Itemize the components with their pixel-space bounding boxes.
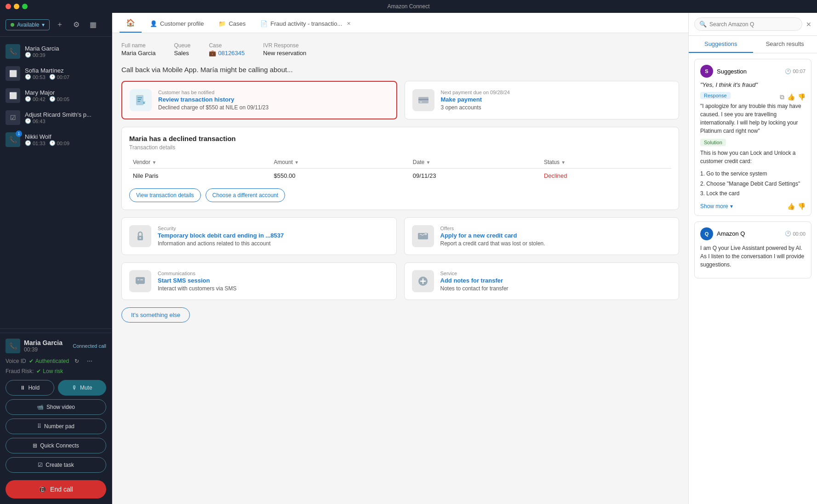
show-more-button[interactable]: Show more ▾ — [700, 203, 733, 210]
svg-rect-5 — [418, 99, 428, 100]
q-time: 🕐 00:00 — [785, 231, 806, 237]
q-card-header: Q Amazon Q 🕐 00:00 — [700, 227, 806, 240]
copy-icon[interactable]: ⧉ — [780, 93, 784, 101]
monitor-icon: ⬜ — [6, 66, 20, 81]
payment-icon — [412, 89, 434, 111]
queue-item[interactable]: ⬜ Mary Major 🕐 00:42 🕐 00:05 — [0, 85, 112, 107]
search-input[interactable] — [709, 21, 797, 28]
refresh-icon[interactable]: ↻ — [72, 356, 82, 366]
thumbs-down-icon[interactable]: 👎 — [798, 93, 806, 101]
close-icon[interactable]: ✕ — [806, 21, 811, 28]
card-subtitle: Customer has be notified — [158, 90, 389, 95]
calendar-icon[interactable]: ▦ — [86, 18, 99, 31]
settings-icon[interactable]: ⚙ — [70, 18, 83, 31]
create-task-button[interactable]: ☑ Create task — [6, 457, 106, 473]
queue-time: 🕐 00:42 — [25, 96, 46, 102]
suggestions-tab[interactable]: Suggestions — [689, 36, 753, 53]
main-content: 🏠 👤 Customer profile 📁 Cases 📄 Fraud act… — [112, 13, 688, 504]
tab-cases[interactable]: 📁 Cases — [212, 16, 252, 33]
status-dot — [11, 23, 14, 27]
case-group: Case 💼 08126345 — [209, 42, 245, 57]
maximize-window-btn[interactable] — [22, 4, 28, 9]
full-name-value: Maria Garcia — [121, 50, 155, 57]
filter-icon[interactable]: ▼ — [426, 160, 431, 165]
thumbs-up-solution-icon[interactable]: 👍 — [787, 203, 795, 210]
card-category: Communications — [158, 271, 389, 276]
more-options-icon[interactable]: ⋯ — [85, 356, 95, 366]
queue-item[interactable]: ⬜ Sofía Martínez 🕐 00:53 🕐 00:07 — [0, 62, 112, 85]
queue-time: 🕐 06:43 — [25, 118, 46, 124]
add-notes-icon — [412, 270, 434, 292]
transaction-actions: View transaction details Choose a differ… — [129, 188, 671, 202]
communications-card[interactable]: Communications Start SMS session Interac… — [121, 262, 397, 300]
end-call-button[interactable]: 📵 End call — [6, 480, 106, 498]
suggestion-time: 🕐 00:07 — [785, 68, 806, 74]
fraud-status: ✔ Low risk — [36, 368, 63, 374]
chevron-down-icon: ▾ — [730, 203, 733, 210]
status-col-header[interactable]: Status ▼ — [540, 156, 671, 169]
card-category: Offers — [440, 226, 672, 231]
fraud-row: Fraud Risk: ✔ Low risk — [6, 368, 106, 374]
card-desc: Notes to contact for transfer — [440, 285, 672, 292]
ivr-value: New reservation — [263, 50, 306, 57]
svg-rect-13 — [140, 279, 143, 280]
offers-card-body: Offers Apply for a new credit card Repor… — [440, 226, 672, 247]
minimize-window-btn[interactable] — [14, 4, 19, 9]
auth-badge: ✔ Authenticated — [29, 358, 69, 364]
make-payment-card[interactable]: Next payment due on 09/28/24 Make paymen… — [405, 81, 680, 119]
tab-customer-profile[interactable]: 👤 Customer profile — [143, 16, 210, 33]
queue-item[interactable]: 📞1 Nikki Wolf 🕐 01:33 🕐 00:09 — [0, 129, 112, 151]
tab-home[interactable]: 🏠 — [120, 14, 142, 33]
response-badge: Response — [700, 92, 731, 99]
thumbs-down-solution-icon[interactable]: 👎 — [798, 203, 806, 210]
left-topbar: Available ▾ ＋ ⚙ ▦ — [0, 13, 112, 37]
chevron-down-icon: ▾ — [42, 22, 45, 28]
solution-badge: Solution — [700, 139, 726, 146]
search-input-wrap[interactable]: 🔍 — [694, 17, 802, 31]
phone-badge-icon: 📞1 — [6, 132, 20, 147]
number-pad-button[interactable]: ⠿ Number pad — [6, 419, 106, 434]
step-2: 2. Choose "Manage Debit Card Settings" — [700, 179, 806, 189]
card-title: Review transaction history — [158, 96, 389, 103]
quick-connects-button[interactable]: ⊞ Quick Connects — [6, 438, 106, 453]
active-call-header: 📞 Maria Garcia 00:39 Connected call — [6, 339, 106, 353]
tab-close-icon[interactable]: ✕ — [345, 20, 352, 27]
queue-time: 🕐 00:39 — [25, 52, 46, 58]
status-badge[interactable]: Available ▾ — [6, 19, 50, 30]
payment-body: Next payment due on 09/28/24 Make paymen… — [441, 90, 672, 111]
mute-button[interactable]: 🎙 Mute — [58, 380, 107, 396]
q-title: Amazon Q — [717, 230, 745, 237]
close-window-btn[interactable] — [6, 4, 11, 9]
search-results-tab[interactable]: Search results — [753, 36, 817, 53]
thumbs-up-icon[interactable]: 👍 — [787, 93, 795, 101]
show-video-button[interactable]: 📹 Show video — [6, 399, 106, 415]
amount-col-header[interactable]: Amount ▼ — [270, 156, 409, 169]
offers-card[interactable]: Offers Apply for a new credit card Repor… — [404, 217, 680, 255]
table-row: Nile Paris $550.00 09/11/23 Declined — [129, 169, 671, 183]
add-button[interactable]: ＋ — [53, 18, 66, 31]
svg-rect-12 — [137, 279, 139, 280]
filter-icon[interactable]: ▼ — [152, 160, 156, 165]
lock-icon — [129, 225, 151, 247]
something-else-button[interactable]: It's something else — [121, 307, 190, 323]
queue-meta: 🕐 06:43 — [25, 118, 106, 124]
queue-meta: 🕐 00:39 — [25, 52, 106, 58]
vendor-col-header[interactable]: Vendor ▼ — [129, 156, 270, 169]
choose-different-account-button[interactable]: Choose a different account — [206, 188, 285, 202]
queue-item[interactable]: 📞 Maria Garcia 🕐 00:39 — [0, 40, 112, 62]
hold-button[interactable]: ⏸ Hold — [6, 380, 54, 396]
view-transaction-details-button[interactable]: View transaction details — [129, 188, 201, 202]
filter-icon[interactable]: ▼ — [561, 160, 566, 165]
security-card[interactable]: Security Temporary block debit card endi… — [121, 217, 397, 255]
card-desc: 3 open accounts — [441, 104, 672, 111]
phone-icon: 📞 — [6, 44, 20, 59]
right-content: S Suggestion 🕐 00:07 "Yes, I think it's … — [689, 53, 817, 504]
queue-name: Maria Garcia — [25, 45, 106, 52]
card-desc: Interact with customers via SMS — [158, 285, 389, 292]
service-card[interactable]: Service Add notes for transfer Notes to … — [404, 262, 680, 300]
tab-fraud-activity[interactable]: 📄 Fraud activity - transactio... ✕ — [254, 15, 359, 33]
filter-icon[interactable]: ▼ — [294, 160, 299, 165]
queue-item[interactable]: ☑ Adjust Ricard Smith's p... 🕐 06:43 — [0, 107, 112, 129]
date-col-header[interactable]: Date ▼ — [409, 156, 540, 169]
review-transaction-card[interactable]: Customer has be notified Review transact… — [121, 81, 397, 119]
